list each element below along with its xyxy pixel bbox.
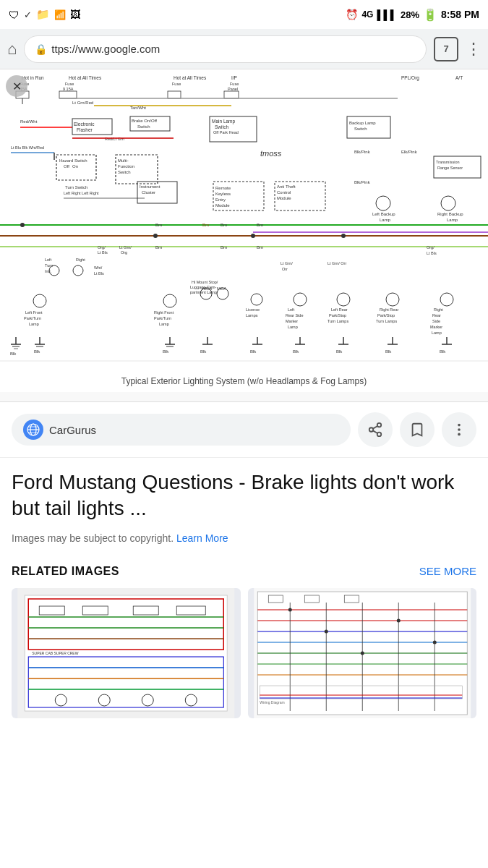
svg-text:A/T: A/T [455,75,463,80]
bookmark-button[interactable] [400,412,435,447]
lock-icon: 🔒 [35,43,47,55]
check-icon: ✓ [24,9,32,20]
svg-text:Turn Lamps: Turn Lamps [376,319,397,323]
svg-text:Module: Module [277,196,291,200]
see-more-button[interactable]: SEE MORE [419,565,476,577]
svg-text:Brn: Brn [257,245,263,250]
svg-text:Entry: Entry [215,197,226,202]
svg-text:Brn: Brn [221,245,227,250]
svg-text:Flasher: Flasher [77,127,93,132]
svg-text:Keyless: Keyless [215,192,231,196]
related-diagram-1: SUPER CAB SUPER CREW [12,588,241,718]
svg-point-233 [432,640,436,644]
svg-text:Lamp: Lamp [29,322,39,326]
source-pill[interactable]: CarGurus [12,414,351,446]
svg-text:Red/Wht: Red/Wht [20,119,38,124]
image-icon: 🖼 [70,9,80,20]
svg-text:Switch: Switch [215,124,229,129]
svg-point-190 [458,424,461,427]
svg-text:Elk/Pink: Elk/Pink [401,150,418,154]
svg-text:Backup Lamp: Backup Lamp [349,121,376,125]
related-image-1[interactable]: SUPER CAB SUPER CREW [12,588,241,718]
svg-text:Blk/Pink: Blk/Pink [354,180,371,184]
svg-rect-0 [0,69,488,370]
svg-text:9  15A: 9 15A [63,87,74,91]
svg-point-230 [324,629,328,633]
more-options-button[interactable] [442,412,476,447]
related-header: RELATED IMAGES SEE MORE [12,565,476,578]
svg-point-229 [288,608,291,611]
diagram-caption: Typical Exterior Lighting System (w/o He… [0,373,488,392]
learn-more-link[interactable]: Learn More [176,532,228,544]
main-image-area: ✕ Hot in Run Hot at All Times Hot at All… [0,69,488,402]
svg-text:Brn: Brn [257,223,263,227]
wiring-diagram-svg: Hot in Run Hot at All Times Hot at All T… [0,69,488,370]
svg-text:Multi-: Multi- [118,158,129,163]
svg-point-172 [153,234,158,238]
folder-icon: 📁 [36,8,50,21]
svg-text:Lt Grn/ Orr: Lt Grn/ Orr [328,261,346,265]
share-button[interactable] [358,412,393,447]
svg-text:Side: Side [432,319,440,323]
svg-text:MCA: MCA [217,286,226,291]
network-icon: 4G [361,9,373,20]
svg-text:Module: Module [215,203,230,208]
svg-text:Fuse: Fuse [172,82,181,86]
svg-text:Range Sensor: Range Sensor [437,166,463,170]
svg-text:Lamps: Lamps [246,313,258,318]
svg-text:Lt Bls: Lt Bls [98,250,108,255]
svg-text:Left Rear: Left Rear [331,307,348,312]
svg-text:Brn: Brn [155,223,162,227]
svg-text:Main Lamp: Main Lamp [212,119,236,124]
wiring-diagram: Hot in Run Hot at All Times Hot at All T… [0,69,488,373]
svg-text:Cluster: Cluster [142,190,155,195]
svg-text:Fuse: Fuse [230,82,239,86]
svg-text:Anti Theft: Anti Theft [277,184,296,189]
svg-text:Left: Left [288,307,295,312]
svg-point-186 [369,427,374,432]
related-images-title: RELATED IMAGES [12,565,119,578]
svg-text:Brn: Brn [202,223,209,227]
svg-text:Hazard Switch: Hazard Switch [59,158,87,163]
svg-text:Off: Off [64,164,69,169]
time-display: 8:58 PM [441,9,479,20]
svg-text:Rear: Rear [432,313,441,318]
svg-text:Control: Control [277,190,291,195]
svg-text:Lt Grn/: Lt Grn/ [281,261,293,265]
svg-text:Lamp: Lamp [380,218,391,222]
svg-text:Left  Right Left  Right: Left Right Left Right [64,191,99,195]
svg-text:Brake On/Off: Brake On/Off [132,119,157,123]
svg-point-191 [458,428,461,431]
svg-text:Off  Park  Head: Off Park Head [213,130,239,135]
source-globe-icon [23,420,43,440]
svg-text:Right: Right [76,258,85,262]
svg-text:Left Backup: Left Backup [372,212,395,216]
svg-text:Blk: Blk [336,349,343,354]
svg-text:tmoss: tmoss [260,149,282,158]
related-image-2[interactable]: Wiring Diagram [248,588,477,718]
svg-text:Hot at All Times: Hot at All Times [69,75,102,80]
svg-text:I/P: I/P [231,75,237,80]
svg-text:MCA: MCA [202,286,212,291]
svg-text:Org: Org [121,250,127,255]
svg-text:Hi Mount Stop/: Hi Mount Stop/ [192,280,218,284]
svg-text:Blk: Blk [10,352,17,356]
tab-count-button[interactable]: 7 [434,37,458,61]
svg-text:Rear Side: Rear Side [286,313,303,318]
svg-text:Org/: Org/ [98,245,106,250]
svg-text:Right Front: Right Front [154,310,174,315]
svg-text:Blk: Blk [200,349,207,354]
svg-text:Park/Turn: Park/Turn [154,316,171,320]
home-button[interactable]: ⌂ [7,40,17,59]
status-bar: 🛡 ✓ 📁 📶 🖼 ⏰ 4G ▌▌▌ 28% 🔋 8:58 PM [0,0,488,29]
close-button[interactable]: ✕ [6,75,27,97]
url-bar[interactable]: 🔒 ttps://www.google.com [24,35,427,63]
svg-text:Blk: Blk [34,349,40,354]
svg-text:Org/: Org/ [427,245,435,250]
svg-text:License: License [246,307,260,312]
svg-text:Lt Blu  Blk  Wht/Red: Lt Blu Blk Wht/Red [11,145,44,150]
svg-text:Wiring Diagram: Wiring Diagram [260,700,284,705]
browser-more-button[interactable]: ⋮ [466,40,481,59]
svg-text:Switch: Switch [137,124,150,129]
svg-text:Blk/Pink: Blk/Pink [354,150,371,154]
